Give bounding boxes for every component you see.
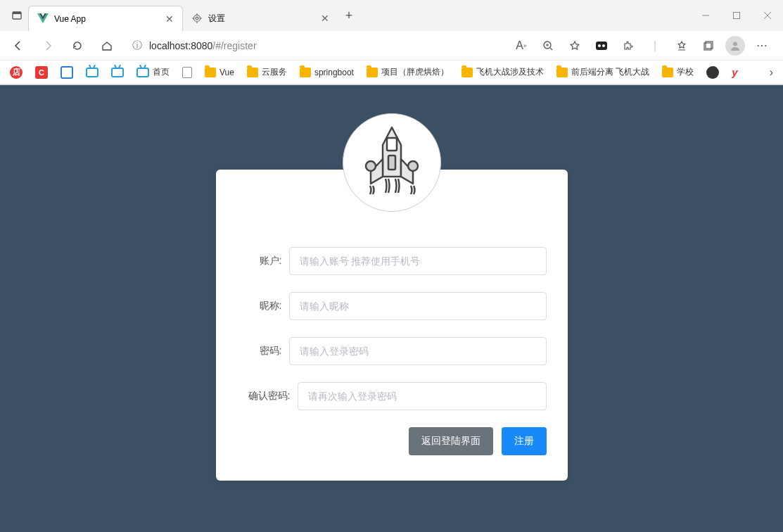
svg-point-24 (733, 42, 737, 46)
register-button[interactable]: 注册 (502, 427, 547, 455)
bilibili-icon (86, 68, 98, 77)
bookmark-item[interactable] (83, 65, 101, 80)
arrow-right-icon (42, 40, 53, 51)
avatar-image (343, 113, 441, 212)
bookmark-item[interactable] (704, 64, 722, 81)
vue-favicon (37, 13, 49, 25)
folder-icon (662, 68, 673, 77)
minimize-button[interactable] (690, 4, 721, 27)
collections-icon (703, 40, 714, 51)
menu-button[interactable]: ⋯ (752, 36, 772, 56)
bookmark-folder-fullstack-plane[interactable]: 前后端分离 飞机大战 (554, 64, 652, 80)
app-viewport: 账户: 昵称: 密码: 确认密码: 返回登陆界面 注册 (0, 85, 783, 532)
bookmark-label: 项目（胖虎烘焙） (381, 66, 449, 78)
back-button[interactable] (6, 34, 31, 57)
folder-icon (247, 68, 258, 77)
button-row: 返回登陆界面 注册 (237, 427, 547, 455)
collections-button[interactable] (699, 36, 718, 56)
tab-settings[interactable]: 设置 ✕ (183, 6, 338, 31)
favorite-button[interactable] (565, 36, 585, 56)
bookmark-folder-cloud[interactable]: 云服务 (244, 64, 290, 80)
tab-title: Vue App (54, 14, 86, 24)
extensions-button[interactable] (618, 36, 638, 56)
bookmark-item[interactable] (108, 65, 127, 80)
bookmark-label: 学校 (677, 66, 694, 78)
account-input[interactable] (289, 247, 547, 275)
password-label: 密码: (237, 345, 289, 357)
new-tab-button[interactable]: + (338, 8, 360, 23)
bookmark-label: 首页 (153, 66, 170, 78)
tab-bar: Vue App ✕ 设置 ✕ + (0, 0, 783, 31)
favorites-list-button[interactable] (672, 36, 692, 56)
url-path: /#/register (212, 40, 256, 51)
forward-button[interactable] (35, 34, 61, 57)
info-icon: ⓘ (132, 39, 142, 52)
back-to-login-button[interactable]: 返回登陆界面 (409, 427, 493, 455)
bookmarks-overflow-button[interactable]: › (770, 66, 776, 79)
folder-icon (205, 68, 216, 77)
folder-icon (300, 68, 311, 77)
minimize-icon (702, 12, 709, 19)
bookmark-label: 飞机大战涉及技术 (476, 66, 544, 78)
form-row-confirm: 确认密码: (237, 382, 547, 410)
bookmark-folder-school[interactable]: 学校 (659, 64, 696, 80)
bookmark-item[interactable]: 店 (7, 64, 25, 81)
profile-button[interactable] (725, 36, 745, 56)
maximize-button[interactable] (721, 4, 752, 27)
svg-point-19 (598, 44, 601, 47)
star-plus-icon (569, 40, 580, 51)
confirm-password-input[interactable] (298, 382, 547, 410)
bookmark-folder-springboot[interactable]: springboot (297, 65, 357, 80)
svg-point-27 (366, 161, 376, 171)
url-input[interactable]: ⓘ localhost:8080/#/register (124, 34, 507, 57)
form-row-password: 密码: (237, 337, 547, 365)
bookmark-icon: C (35, 66, 48, 79)
puzzle-icon (623, 40, 634, 51)
reload-icon (72, 40, 83, 51)
folder-icon (461, 68, 473, 77)
password-input[interactable] (289, 337, 547, 365)
bookmark-icon: y (732, 66, 741, 79)
form-row-nickname: 昵称: (237, 292, 547, 320)
tab-list-button[interactable] (6, 4, 28, 27)
svg-rect-26 (388, 156, 395, 170)
browser-chrome: Vue App ✕ 设置 ✕ + ⓘ localhost:8080/#/regi… (0, 0, 783, 85)
bookmark-item[interactable] (58, 64, 76, 81)
tabs-icon (11, 10, 23, 21)
gear-icon (191, 13, 203, 24)
file-icon (182, 67, 192, 78)
bookmark-icon (61, 66, 73, 79)
bookmark-folder-vue[interactable]: Vue (202, 65, 237, 80)
bookmark-item[interactable]: C (32, 64, 51, 81)
bookmark-icon (706, 66, 719, 79)
home-button[interactable] (94, 34, 120, 57)
bookmark-folder-plane-tech[interactable]: 飞机大战涉及技术 (459, 64, 547, 80)
bilibili-icon (111, 68, 124, 77)
read-aloud-button[interactable]: A» (511, 36, 531, 56)
svg-point-5 (196, 17, 198, 20)
zoom-button[interactable] (538, 36, 558, 56)
bookmark-folder-project[interactable]: 项目（胖虎烘焙） (364, 64, 452, 80)
tab-close-button[interactable]: ✕ (165, 13, 174, 25)
bookmark-item[interactable] (179, 65, 195, 80)
tab-vue-app[interactable]: Vue App ✕ (28, 6, 183, 31)
account-label: 账户: (237, 255, 289, 267)
svg-point-20 (602, 44, 605, 47)
bookmark-label: 前后端分离 飞机大战 (571, 66, 649, 78)
zoom-icon (542, 40, 554, 51)
extension-1[interactable] (592, 36, 611, 56)
nickname-input[interactable] (289, 292, 547, 320)
register-card: 账户: 昵称: 密码: 确认密码: 返回登陆界面 注册 (216, 170, 568, 481)
tab-close-button[interactable]: ✕ (321, 13, 329, 24)
reload-button[interactable] (65, 34, 90, 57)
bookmark-item[interactable]: y (729, 64, 744, 81)
url-host: localhost:8080 (149, 40, 212, 51)
svg-rect-1 (13, 12, 21, 14)
home-icon (101, 40, 113, 51)
folder-icon (556, 68, 568, 77)
bookmark-home[interactable]: 首页 (134, 64, 172, 80)
close-window-button[interactable] (752, 4, 783, 27)
ext-icon (595, 41, 608, 51)
tab-title: 设置 (208, 13, 225, 25)
svg-line-17 (550, 48, 552, 50)
